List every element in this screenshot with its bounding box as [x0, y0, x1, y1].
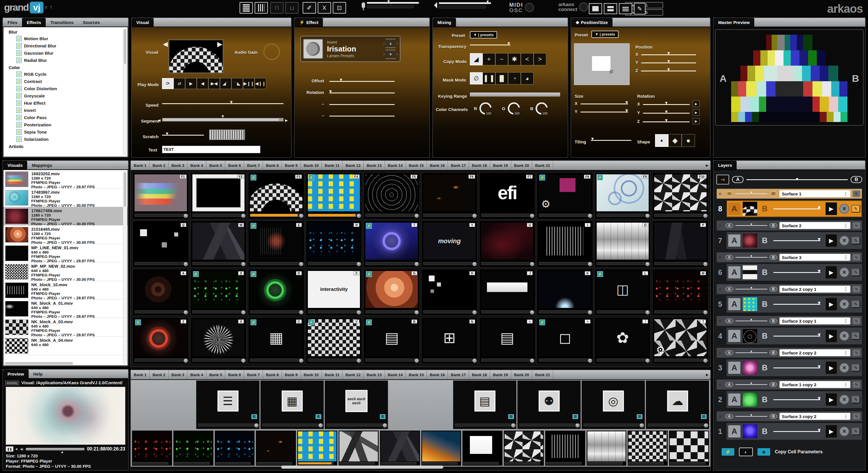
surface-edit-icon[interactable]: ✎ [852, 318, 860, 324]
axis-slider[interactable]: ▼ [580, 109, 628, 114]
effect-list-item[interactable]: ⚡ Radial Blur [3, 57, 128, 64]
master-preview-tab[interactable]: Master Preview [713, 18, 754, 27]
sound-cell[interactable]: ◎ B [582, 380, 645, 429]
visual-cell[interactable]: X ⚡ [190, 317, 247, 364]
preview-tab[interactable]: Help [29, 370, 48, 378]
position-preview[interactable] [574, 43, 629, 85]
cell-knob[interactable] [588, 310, 592, 314]
bank-tab[interactable]: ○Bank 13 [364, 370, 385, 379]
mixing-panel-tab[interactable]: Mixing [433, 18, 456, 27]
mask-mode-button[interactable]: ▌▐ [483, 72, 495, 85]
layer-b-label[interactable]: B [760, 395, 770, 404]
bottom-visual-cell[interactable] [504, 431, 544, 466]
axis-slider[interactable]: ▼ [641, 52, 696, 57]
mask-mode-button[interactable]: ◕ [521, 72, 533, 85]
visual-cell[interactable]: E ⚡ [248, 221, 304, 267]
bank-tab[interactable]: ○Bank 9 [282, 161, 301, 170]
visuals-tab[interactable]: Mappings [27, 161, 57, 169]
effect-selector[interactable]: Invert Irisation Larsen Presets ▲ ▼ [300, 36, 400, 62]
cell-knob[interactable] [299, 310, 304, 314]
bank-tab[interactable]: ○Bank 12 [343, 370, 364, 379]
visual-cell[interactable]: ◫ L ⚡ [595, 269, 651, 316]
bottom-visual-cell[interactable] [339, 431, 379, 466]
visual-cell[interactable]: R ⚡ [306, 221, 362, 267]
cell-knob[interactable] [357, 359, 361, 363]
bank-tab[interactable]: ○Bank 8 [263, 370, 282, 379]
bank-tab[interactable]: ○Bank 10 [301, 370, 322, 379]
cell-knob[interactable] [530, 214, 534, 218]
layer-b-label[interactable]: B [760, 332, 770, 341]
bottom-visual-cell[interactable] [627, 431, 668, 466]
surface-b-pill[interactable]: B [770, 287, 777, 292]
play-mode-button[interactable]: ⟳ [162, 78, 174, 89]
cell-knob[interactable] [588, 214, 592, 218]
file-row[interactable]: NK_block_10.mov 640 x 480 FFMPEG Player … [3, 281, 128, 300]
bank-tab[interactable]: ○Bank 6 [225, 161, 244, 170]
visual-cell[interactable]: P ⚡ [652, 221, 709, 267]
visual-cell[interactable]: D ⚡ [248, 269, 304, 316]
layer-a-button[interactable]: A [728, 234, 740, 247]
cell-knob[interactable] [646, 310, 650, 314]
surface-select[interactable]: Surface 3 ⋮ [779, 254, 850, 261]
play-mode-button[interactable]: ◀ [197, 78, 208, 89]
layer-edit-button[interactable]: ✎ [851, 428, 860, 435]
effect-param-slider[interactable] [329, 101, 395, 106]
bank-tab[interactable]: ○Bank 15 [406, 370, 427, 379]
bank-tab[interactable]: ○Bank 11 [322, 370, 343, 379]
mask-mode-button[interactable]: ▐▌ [495, 72, 508, 85]
visual-cell[interactable]: ▤ < ⚡ [479, 317, 535, 364]
surface-b-pill[interactable]: B [770, 382, 777, 387]
bottom-visual-cell[interactable] [297, 431, 337, 466]
play-mode-button[interactable]: ▶❙❙ [243, 78, 255, 89]
effect-list-item[interactable]: ⚡ Greyscale [3, 92, 128, 99]
surface-edit-icon[interactable]: ✎ [852, 286, 860, 292]
visual-cell[interactable]: T ⚡ [363, 221, 420, 267]
axis-slider[interactable]: ▼ [643, 119, 690, 124]
effect-list-item[interactable]: ⚡ Hue Effect [3, 99, 128, 107]
surface-b-pill[interactable]: B [770, 350, 777, 355]
play-mode-button[interactable]: ▶◀ [208, 78, 220, 89]
surface-crossfader[interactable]: ▼ [736, 192, 767, 196]
speed-slider[interactable]: ▼ [162, 100, 283, 105]
cell-knob[interactable] [357, 262, 361, 266]
bottom-visual-cell[interactable] [669, 431, 709, 466]
bank-tab[interactable]: ○Bank 18 [469, 161, 490, 170]
cell-knob[interactable] [184, 359, 188, 363]
effect-list-item[interactable]: ⚡ Posterization [3, 121, 128, 128]
visual-cell[interactable]: ▤ B ⚡ [363, 317, 420, 364]
seek-bar[interactable]: ▲ [26, 448, 85, 450]
bank-tab[interactable]: ○Bank 5 [206, 161, 225, 170]
visual-cell[interactable]: moving Y ⚡ [421, 221, 478, 267]
surface-select[interactable]: Surface 2 ⋮ [779, 222, 850, 229]
bank-tab[interactable]: ○Bank 9 [282, 370, 301, 379]
layer-edit-button[interactable]: ✎ [851, 332, 860, 340]
bottom-hscrollbar[interactable] [281, 466, 443, 469]
visual-cell[interactable]: F10 ⚡ [652, 172, 709, 219]
cell-knob[interactable] [703, 310, 708, 314]
effect-list-item[interactable]: ⚡ Contrast [3, 78, 128, 85]
bank-more-arrow[interactable]: ▶ [704, 161, 710, 170]
copy-mode-button[interactable]: ✱ [508, 53, 521, 65]
surface-edit-icon[interactable]: ✎ [852, 254, 860, 261]
layer-b-label[interactable]: B [760, 236, 770, 245]
preview-tab[interactable]: Preview [3, 370, 29, 378]
layer-crossfader[interactable]: ▼ [772, 301, 823, 307]
bank-tab[interactable]: ○Bank 15 [406, 161, 427, 170]
surface-select[interactable]: Surface 3 copy 2 ⋮ [779, 413, 850, 420]
position-preview-rect[interactable] [592, 56, 611, 71]
ps-presets-dropdown[interactable]: ▼ | presets [591, 31, 619, 38]
cell-knob[interactable] [530, 310, 534, 314]
cell-knob[interactable] [241, 359, 246, 363]
axis-slider[interactable]: ▼ [641, 60, 696, 65]
surface-close-icon[interactable]: ✕ [718, 224, 723, 228]
cell-knob[interactable] [472, 310, 477, 314]
crossfader-b-pill[interactable]: B [850, 176, 862, 183]
sound-cell-knob[interactable] [640, 423, 644, 428]
bank-tab[interactable]: ○Bank 7 [244, 161, 263, 170]
surface-a-pill[interactable]: A [725, 318, 733, 323]
sound-cell[interactable] [389, 380, 452, 429]
surface-select[interactable]: Surface 2 copy 1 ⋮ [779, 285, 850, 293]
layer-edit-button[interactable]: ✎ [851, 396, 860, 403]
move-handle-icon[interactable] [610, 70, 613, 73]
surface-close-icon[interactable]: ✕ [718, 414, 723, 419]
